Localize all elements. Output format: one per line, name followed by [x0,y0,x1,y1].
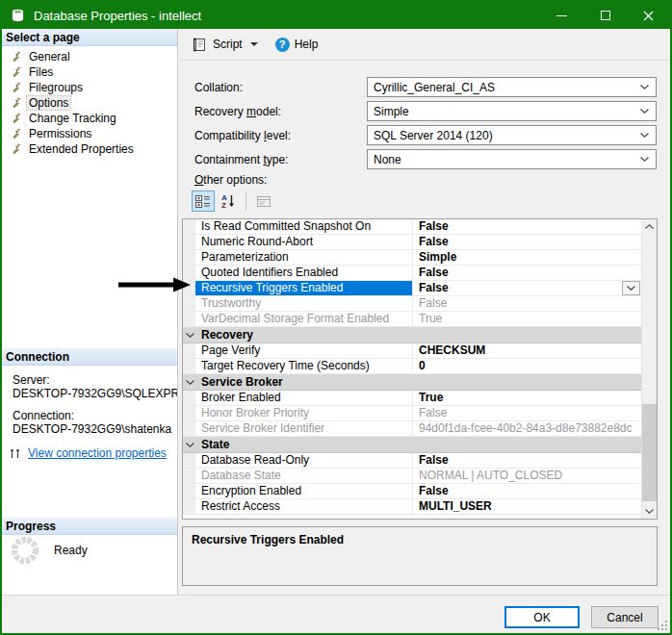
category-row-state[interactable]: State [183,437,641,453]
sidebar-item-files[interactable]: Files [2,64,176,80]
connection-properties-icon [10,448,22,459]
property-pages-button [252,190,275,212]
script-label: Script [213,38,243,51]
alphabetical-sort-button[interactable]: A Z [217,190,240,212]
sidebar-item-change-tracking[interactable]: Change Tracking [2,111,176,126]
property-value: False [413,281,641,295]
property-row-database-state[interactable]: Database StateNORMAL | AUTO_CLOSED [183,469,641,484]
database-properties-dialog: Database Properties - intellect Select a… [0,0,672,635]
sidebar-item-options[interactable]: Options [2,95,176,111]
property-value: True [413,312,641,326]
close-button[interactable] [627,2,670,29]
grid-rows: Is Read Committed Snapshot OnFalseNumeri… [183,219,641,519]
category-row-service-broker[interactable]: Service Broker [183,374,641,391]
minimize-button[interactable] [540,2,583,29]
sidebar: Select a page GeneralFilesFilegroupsOpti… [2,29,178,595]
alphabetical-sort-icon: A Z [220,193,236,209]
resize-grip[interactable] [657,620,669,632]
property-name: Trustworthy [195,296,413,311]
property-row-numeric-round-abort[interactable]: Numeric Round-AbortFalse [183,235,641,250]
sidebar-item-label: Permissions [29,127,91,140]
row-indent [183,312,195,326]
property-name: Service Broker Identifier [195,421,413,436]
property-row-is-read-committed-snapshot-on[interactable]: Is Read Committed Snapshot OnFalse [183,219,641,235]
dropdown-containment-type[interactable]: None [367,149,657,169]
row-indent [183,421,195,436]
dropdown-compatibility-level[interactable]: SQL Server 2014 (120) [367,125,657,145]
close-icon [643,11,654,21]
chevron-down-icon [186,333,194,338]
row-indent [183,296,195,311]
toolbar-separator [246,192,246,210]
script-icon [194,38,208,52]
chevron-down-icon [640,157,649,162]
property-name: Restrict Access [195,499,413,514]
property-row-database-read-only[interactable]: Database Read-OnlyFalse [183,453,641,469]
script-button[interactable]: Script [188,35,264,55]
category-label: Recovery [196,328,253,342]
property-name: VarDecimal Storage Format Enabled [195,312,413,326]
dropdown-recovery-model[interactable]: Simple [367,101,657,121]
connection-header: Connection [2,348,177,366]
property-row-broker-enabled[interactable]: Broker EnabledTrue [183,391,641,406]
category-row-recovery[interactable]: Recovery [183,327,641,343]
scrollbar-up-button[interactable] [642,219,657,234]
property-value: False [413,296,641,311]
property-row-target-recovery-time-seconds[interactable]: Target Recovery Time (Seconds)0 [183,359,641,374]
field-label-collation: Collation: [194,81,243,94]
maximize-button[interactable] [583,2,627,29]
value-dropdown-button[interactable] [622,281,640,295]
property-row-page-verify[interactable]: Page VerifyCHECKSUM [183,343,641,359]
cancel-button[interactable]: Cancel [591,606,659,628]
sidebar-item-extended-properties[interactable]: Extended Properties [2,141,176,157]
row-indent [183,499,195,514]
sidebar-item-label: Options [27,96,70,110]
property-row-parameterization[interactable]: ParameterizationSimple [183,250,641,266]
dropdown-collation[interactable]: Cyrillic_General_CI_AS [367,77,657,97]
field-label-compatibility-level: Compatibility level: [194,129,291,142]
wrench-icon [11,97,22,109]
scrollbar-down-button[interactable] [642,504,657,519]
sidebar-item-permissions[interactable]: Permissions [2,126,176,141]
ok-button[interactable]: OK [504,606,580,628]
sidebar-item-filegroups[interactable]: Filegroups [2,80,176,95]
property-row-encryption-enabled[interactable]: Encryption EnabledFalse [183,484,641,499]
property-value: MULTI_USER [413,499,641,514]
property-grid: Is Read Committed Snapshot OnFalseNumeri… [182,218,658,520]
dropdown-value: None [374,153,640,166]
help-button[interactable]: ? Help [270,35,324,55]
view-connection-properties-link[interactable]: View connection properties [28,446,167,460]
property-row-recursive-triggers-enabled[interactable]: Recursive Triggers EnabledFalse [183,281,641,296]
property-row-vardecimal-storage-format-enabled[interactable]: VarDecimal Storage Format EnabledTrue [183,312,641,327]
maximize-icon [601,11,610,20]
svg-text:Z: Z [221,201,226,209]
property-value: False [413,235,641,249]
wrench-icon [11,66,22,78]
property-description-panel: Recursive Triggers Enabled [182,526,658,586]
row-indent [183,453,195,468]
property-row-trustworthy[interactable]: TrustworthyFalse [183,296,641,312]
scrollbar-thumb[interactable] [642,404,657,501]
grid-scrollbar[interactable] [641,219,657,519]
property-row-restrict-access[interactable]: Restrict AccessMULTI_USER [183,499,641,515]
sidebar-item-label: Extended Properties [29,142,134,156]
property-name: Honor Broker Priority [195,406,413,420]
property-row-honor-broker-priority[interactable]: Honor Broker PriorityFalse [183,406,641,421]
sidebar-item-general[interactable]: General [2,49,176,64]
field-label-recovery-model: Recovery model: [194,105,281,118]
chevron-down-icon [640,109,649,114]
property-name: Quoted Identifiers Enabled [195,266,413,280]
property-row-service-broker-identifier[interactable]: Service Broker Identifier94d0f1da-fcee-4… [183,421,641,437]
property-value: False [413,453,641,468]
property-row-quoted-identifiers-enabled[interactable]: Quoted Identifiers EnabledFalse [183,266,641,281]
property-name: Recursive Triggers Enabled [195,281,413,295]
property-value: 94d0f1da-fcee-40b2-84a3-d8e73882e8dc [413,421,641,436]
chevron-down-icon [645,509,654,514]
property-value: False [413,484,641,498]
page-list: GeneralFilesFilegroupsOptionsChange Trac… [2,49,176,157]
sidebar-item-label: Files [29,65,53,79]
connection-block: Server: DESKTOP-7932GG9\SQLEXPRE Connect… [13,373,177,436]
connection-label: Connection: [13,409,177,422]
categorized-view-button[interactable] [192,190,215,212]
chevron-down-icon [640,133,649,138]
